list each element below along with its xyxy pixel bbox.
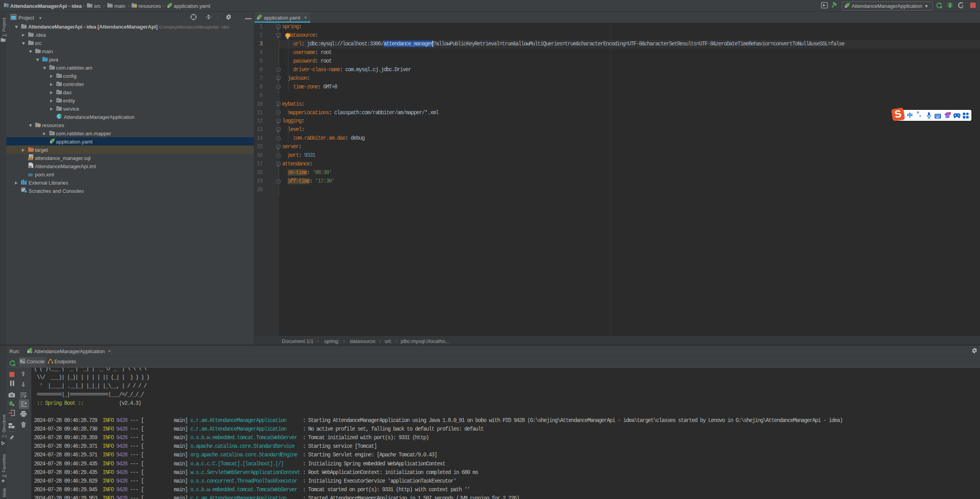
svg-text:SQL: SQL — [28, 158, 33, 160]
